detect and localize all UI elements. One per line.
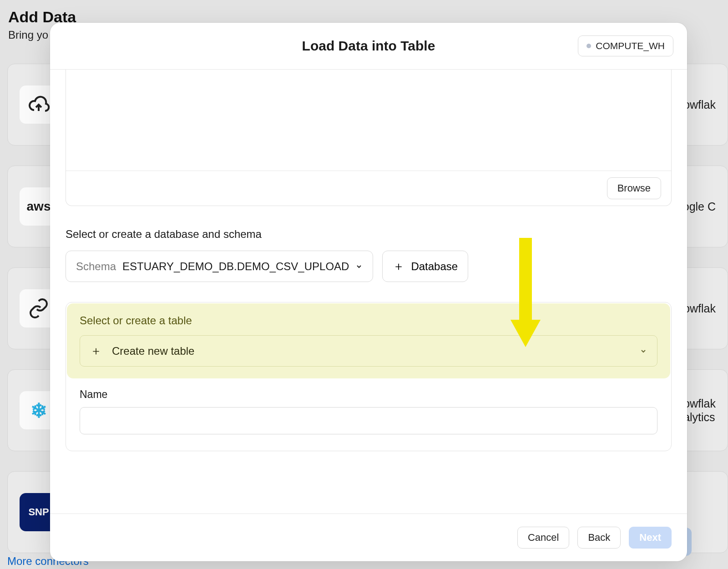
table-select-highlight: Select or create a table ＋ Create new ta… <box>67 303 670 378</box>
file-drop-zone[interactable] <box>66 70 671 171</box>
file-upload-area: Browse <box>66 70 672 206</box>
table-section: Select or create a table ＋ Create new ta… <box>66 302 672 451</box>
warehouse-selector[interactable]: COMPUTE_WH <box>578 35 673 56</box>
schema-value: ESTUARY_DEMO_DB.DEMO_CSV_UPLOAD <box>122 260 349 273</box>
next-button[interactable]: Next <box>629 527 672 549</box>
table-selector[interactable]: ＋ Create new table <box>80 335 657 367</box>
create-table-label: Create new table <box>112 345 194 358</box>
schema-selector[interactable]: Schema ESTUARY_DEMO_DB.DEMO_CSV_UPLOAD <box>66 251 373 282</box>
cancel-button[interactable]: Cancel <box>517 527 569 549</box>
schema-section-label: Select or create a database and schema <box>66 228 672 241</box>
browse-button[interactable]: Browse <box>607 177 661 199</box>
modal-header: Load Data into Table COMPUTE_WH <box>50 23 687 70</box>
database-button-label: Database <box>411 260 458 273</box>
name-field-label: Name <box>80 388 657 401</box>
chevron-down-icon <box>640 347 647 355</box>
add-database-button[interactable]: ＋ Database <box>382 251 468 282</box>
load-data-modal: Load Data into Table COMPUTE_WH Browse S… <box>50 23 687 561</box>
status-dot-icon <box>586 44 591 48</box>
table-name-input[interactable] <box>80 407 657 434</box>
chevron-down-icon <box>355 263 363 270</box>
modal-footer: Cancel Back Next <box>50 514 687 561</box>
schema-key-label: Schema <box>76 260 116 273</box>
warehouse-name: COMPUTE_WH <box>596 40 665 51</box>
back-button[interactable]: Back <box>577 527 621 549</box>
plus-icon: ＋ <box>90 343 102 359</box>
modal-body: Browse Select or create a database and s… <box>50 70 687 514</box>
plus-icon: ＋ <box>393 258 404 274</box>
table-section-title: Select or create a table <box>80 314 657 327</box>
